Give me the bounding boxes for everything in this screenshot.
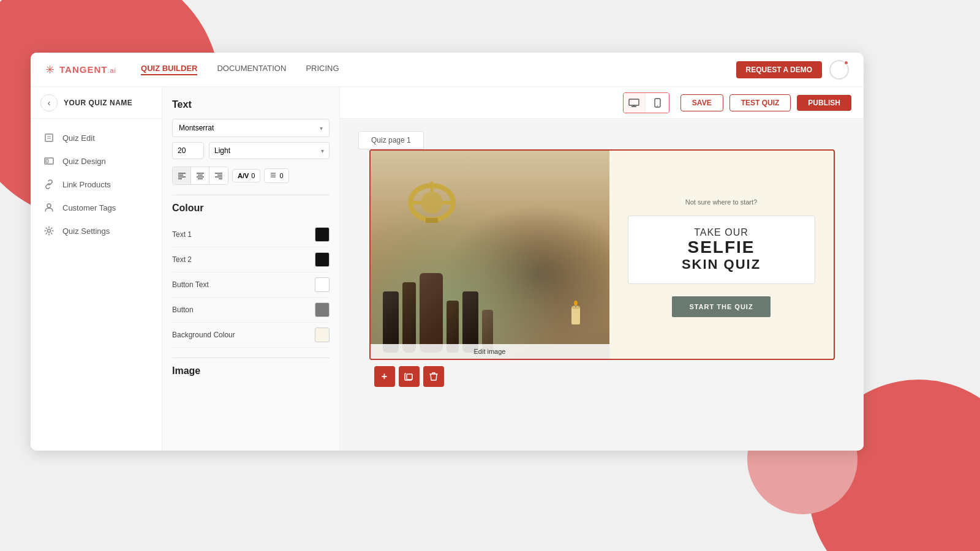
align-right-button[interactable]	[209, 167, 228, 184]
quiz-edit-icon	[43, 133, 55, 143]
quiz-title-take: TAKE OUR	[641, 227, 802, 238]
nav-links: QUIZ BUILDER DOCUMENTATION PRICING	[141, 64, 736, 75]
quiz-design-icon	[43, 156, 55, 166]
colour-btn-text-swatch[interactable]	[315, 277, 330, 292]
alignment-row: A/V 0 0	[172, 167, 330, 185]
nav-right: REQUEST A DEMO	[736, 60, 849, 80]
colour-text1-swatch[interactable]	[315, 227, 330, 242]
colour-text1-label: Text 1	[172, 230, 192, 239]
colour-section: Colour Text 1 Text 2 Button Text Button	[172, 203, 330, 348]
edit-image-button[interactable]: Edit image	[371, 344, 609, 359]
char-spacing-value: 0	[251, 172, 255, 179]
svg-rect-0	[45, 134, 53, 141]
bottle-5	[462, 291, 478, 353]
logo-text: TANGENT.ai	[59, 64, 116, 75]
quiz-name-label: YOUR QUIZ NAME	[64, 99, 132, 107]
test-quiz-button[interactable]: TEST QUIZ	[729, 94, 791, 111]
font-family-chevron: ▾	[320, 125, 323, 132]
quiz-area-wrapper: SAVE TEST QUIZ PUBLISH Quiz page 1	[340, 87, 864, 451]
quiz-text-side: Not sure where to start? TAKE OUR SELFIE…	[609, 151, 834, 359]
colour-btn-label: Button	[172, 305, 194, 314]
sidebar-item-quiz-edit[interactable]: Quiz Edit	[31, 126, 162, 149]
quiz-title-selfie: SELFIE	[641, 238, 802, 257]
align-left-button[interactable]	[173, 167, 191, 184]
svg-point-5	[47, 204, 51, 208]
duplicate-page-button[interactable]	[399, 366, 420, 387]
svg-rect-4	[46, 159, 48, 163]
mobile-preview-button[interactable]	[647, 93, 669, 113]
logo: ✳ TANGENT.ai	[45, 63, 116, 77]
font-weight-chevron: ▾	[321, 148, 324, 154]
customer-tags-icon	[43, 203, 55, 212]
colour-row-btn-text: Button Text	[172, 272, 330, 298]
font-size-weight-row: Light ▾	[172, 142, 330, 159]
svg-rect-22	[629, 99, 639, 105]
colour-section-title: Colour	[172, 203, 330, 214]
desktop-preview-button[interactable]	[624, 93, 646, 113]
quiz-card: Edit image Not sure where to start? TAKE…	[369, 149, 835, 360]
middle-panel: Text Montserrat ▾ Light ▾	[162, 87, 340, 451]
delete-page-button[interactable]	[423, 366, 444, 387]
quiz-canvas: Quiz page 1	[340, 119, 864, 451]
quiz-title-skin: SKIN QUIZ	[641, 257, 802, 272]
quiz-title-box: TAKE OUR SELFIE SKIN QUIZ	[628, 216, 815, 285]
avatar[interactable]	[829, 60, 849, 80]
font-weight-select[interactable]: Light ▾	[209, 142, 330, 159]
sidebar-item-quiz-design[interactable]: Quiz Design	[31, 149, 162, 173]
font-family-value: Montserrat	[179, 124, 214, 132]
svg-point-36	[574, 301, 578, 305]
nav-documentation[interactable]: DOCUMENTATION	[217, 64, 286, 75]
card-action-bar: +	[374, 366, 444, 387]
app-window: ✳ TANGENT.ai QUIZ BUILDER DOCUMENTATION …	[31, 53, 864, 451]
sidebar-item-quiz-settings[interactable]: Quiz Settings	[31, 219, 162, 242]
top-nav: ✳ TANGENT.ai QUIZ BUILDER DOCUMENTATION …	[31, 53, 864, 87]
back-button[interactable]: ‹	[40, 94, 58, 111]
sidebar-header: ‹ YOUR QUIZ NAME	[31, 87, 162, 119]
svg-rect-29	[426, 218, 438, 223]
save-button[interactable]: SAVE	[680, 94, 723, 111]
logo-icon: ✳	[45, 63, 55, 77]
colour-btn-text-label: Button Text	[172, 280, 209, 289]
colour-row-btn: Button	[172, 298, 330, 323]
bottle-2	[402, 282, 416, 353]
align-center-button[interactable]	[191, 167, 209, 184]
sidebar: ‹ YOUR QUIZ NAME Quiz Edit Quiz Design	[31, 87, 162, 451]
image-section: Image	[172, 365, 330, 377]
divider-text-colour	[172, 195, 330, 195]
quiz-card-wrapper: Edit image Not sure where to start? TAKE…	[369, 149, 835, 360]
line-spacing-icon	[270, 171, 277, 180]
font-size-input[interactable]	[172, 142, 204, 159]
quiz-image-placeholder	[371, 151, 609, 359]
svg-point-26	[657, 105, 658, 107]
image-section-title: Image	[172, 365, 330, 377]
font-weight-value: Light	[214, 146, 230, 155]
char-spacing-input[interactable]: A/V 0	[232, 169, 260, 182]
request-demo-button[interactable]: REQUEST A DEMO	[736, 61, 822, 78]
publish-button[interactable]: PUBLISH	[797, 95, 851, 111]
font-selector-row: Montserrat ▾	[172, 119, 330, 137]
sidebar-item-link-products[interactable]: Link Products	[31, 173, 162, 196]
line-spacing-input[interactable]: 0	[264, 168, 288, 183]
font-family-select[interactable]: Montserrat ▾	[172, 119, 330, 137]
add-page-button[interactable]: +	[374, 366, 395, 387]
quiz-page-tab[interactable]: Quiz page 1	[358, 131, 424, 149]
quiz-action-bar: SAVE TEST QUIZ PUBLISH	[340, 87, 864, 119]
sidebar-item-quiz-design-label: Quiz Design	[62, 157, 106, 166]
candle	[567, 295, 585, 328]
svg-point-6	[48, 230, 51, 233]
nav-quiz-builder[interactable]: QUIZ BUILDER	[141, 64, 197, 75]
divider-colour-image	[172, 358, 330, 358]
quiz-settings-icon	[43, 226, 55, 236]
link-products-icon	[43, 179, 55, 189]
nav-pricing[interactable]: PRICING	[306, 64, 339, 75]
svg-rect-33	[571, 307, 580, 324]
colour-btn-swatch[interactable]	[315, 302, 330, 317]
start-quiz-button[interactable]: START THE QUIZ	[672, 296, 770, 317]
colour-text2-swatch[interactable]	[315, 252, 330, 267]
colour-bg-swatch[interactable]	[315, 328, 330, 342]
bottle-1	[383, 291, 399, 353]
colour-row-text1: Text 1	[172, 222, 330, 247]
sidebar-item-customer-tags[interactable]: Customer Tags	[31, 196, 162, 219]
alignment-group	[172, 167, 228, 185]
sidebar-item-link-products-label: Link Products	[62, 180, 111, 189]
